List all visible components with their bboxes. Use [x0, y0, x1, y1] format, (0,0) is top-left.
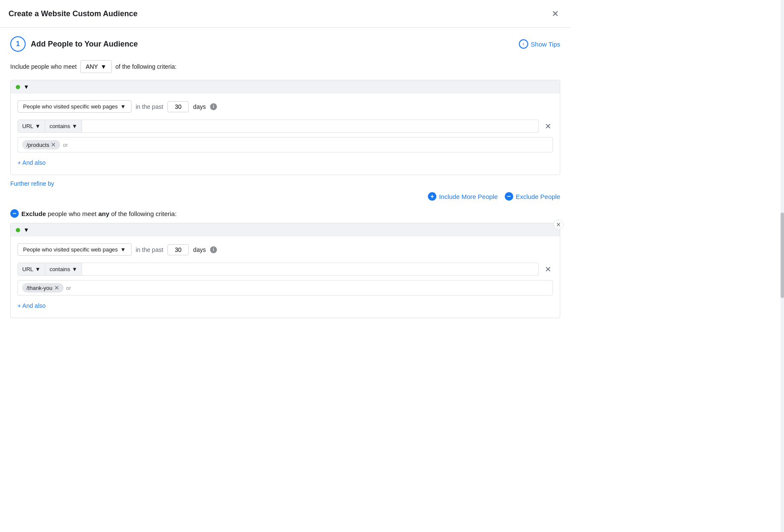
exclude-rule-type-dropdown[interactable]: People who visited specific web pages ▼ [18, 243, 132, 256]
include-prefix-text: Include people who meet [10, 63, 77, 70]
rule-body: People who visited specific web pages ▼ … [11, 94, 560, 175]
remove-url-condition-button[interactable]: ✕ [543, 120, 553, 133]
in-past-text: in the past [136, 103, 164, 110]
exclude-url-tag: /thank-you ✕ [22, 283, 64, 292]
exclude-minus-icon: − [10, 209, 19, 218]
url-condition-wrapper: URL ▼ contains ▼ ✕ [18, 120, 553, 133]
exclude-days-input[interactable] [167, 244, 189, 255]
exclude-group-close-button[interactable]: ✕ [553, 219, 564, 230]
close-icon: ✕ [552, 9, 559, 19]
show-tips-button[interactable]: ‹ Show Tips [519, 39, 560, 49]
exclude-rule-type-row: People who visited specific web pages ▼ … [18, 243, 553, 256]
dropdown-arrow-icon: ▼ [23, 84, 29, 90]
exclude-days-label: days [193, 246, 206, 253]
step-circle: 1 [10, 36, 26, 52]
exclude-rule-group-header: ▼ [11, 223, 560, 237]
section-header: 1 Add People to Your Audience ‹ Show Tip… [10, 36, 560, 52]
days-input[interactable] [167, 101, 189, 112]
exclude-rule-body: People who visited specific web pages ▼ … [11, 237, 560, 318]
rule-type-row: People who visited specific web pages ▼ … [18, 100, 553, 113]
exclude-section: − Exclude people who meet any of the fol… [10, 209, 560, 318]
exclude-people-button[interactable]: − Exclude People [505, 192, 560, 201]
exclude-or-text: or [66, 285, 71, 291]
section-title: Add People to Your Audience [31, 40, 138, 49]
exclude-in-past-text: in the past [136, 246, 164, 253]
exclude-label: Exclude people who meet any of the follo… [21, 210, 177, 217]
close-icon: ✕ [545, 265, 551, 274]
rule-type-dropdown[interactable]: People who visited specific web pages ▼ [18, 100, 132, 113]
and-also-button[interactable]: + And also [18, 158, 46, 168]
dropdown-arrow-icon: ▼ [120, 246, 126, 253]
green-dot-icon [16, 85, 20, 89]
close-icon: ✕ [556, 221, 561, 228]
minus-circle-icon: − [505, 192, 513, 201]
exclude-url-condition-wrapper: URL ▼ contains ▼ ✕ [18, 263, 553, 276]
rule-type-label: People who visited specific web pages [23, 103, 118, 110]
url-condition-box: URL ▼ contains ▼ [18, 120, 539, 133]
plus-circle-icon: + [428, 192, 436, 201]
exclude-rule-type-label: People who visited specific web pages [23, 246, 118, 253]
url-dropdown[interactable]: URL ▼ [18, 120, 45, 132]
exclude-group-wrapper: ✕ ▼ People who visited specific web page… [10, 223, 560, 318]
dropdown-arrow-icon: ▼ [72, 266, 77, 272]
close-icon: ✕ [545, 122, 551, 131]
exclude-url-values-row[interactable]: /thank-you ✕ or [18, 280, 553, 295]
further-refine-button[interactable]: Further refine by [10, 180, 54, 187]
include-more-people-button[interactable]: + Include More People [428, 192, 498, 201]
info-icon[interactable]: i [210, 103, 217, 110]
exclude-url-condition-box: URL ▼ contains ▼ [18, 263, 539, 276]
exclude-rule-group: ▼ People who visited specific web pages … [10, 223, 560, 318]
modal-title: Create a Website Custom Audience [9, 9, 137, 18]
rule-group-select[interactable]: ▼ [23, 84, 555, 90]
exclude-rule-group-select[interactable]: ▼ [23, 227, 555, 233]
modal-header: Create a Website Custom Audience ✕ [0, 0, 570, 28]
dropdown-arrow-icon: ▼ [100, 63, 106, 70]
tag-remove-button[interactable]: ✕ [51, 141, 56, 148]
modal-body: 1 Add People to Your Audience ‹ Show Tip… [0, 28, 570, 332]
match-type-dropdown[interactable]: ANY ▼ [80, 60, 112, 73]
url-values-row[interactable]: /products ✕ or [18, 137, 553, 152]
include-rule-group: ▼ People who visited specific web pages … [10, 80, 560, 175]
dropdown-arrow-icon: ▼ [35, 266, 41, 272]
section-title-row: 1 Add People to Your Audience [10, 36, 138, 52]
contains-dropdown[interactable]: contains ▼ [45, 120, 82, 132]
exclude-info-icon[interactable]: i [210, 246, 217, 253]
action-buttons-row: + Include More People − Exclude People [10, 192, 560, 201]
url-tag: /products ✕ [22, 140, 60, 149]
exclude-and-also-button[interactable]: + And also [18, 301, 46, 311]
dropdown-arrow-icon: ▼ [72, 123, 77, 129]
exclude-url-dropdown[interactable]: URL ▼ [18, 263, 45, 275]
dropdown-arrow-icon: ▼ [120, 103, 126, 110]
exclude-tag-remove-button[interactable]: ✕ [54, 284, 59, 291]
exclude-contains-dropdown[interactable]: contains ▼ [45, 263, 82, 275]
include-criteria-row: Include people who meet ANY ▼ of the fol… [10, 60, 560, 73]
dropdown-arrow-icon: ▼ [23, 227, 29, 233]
rule-group-header: ▼ [11, 80, 560, 94]
chevron-left-icon: ‹ [519, 39, 528, 49]
days-label: days [193, 103, 206, 110]
exclude-header-row: − Exclude people who meet any of the fol… [10, 209, 560, 218]
include-suffix-text: of the following criteria: [115, 63, 176, 70]
green-dot-icon [16, 228, 20, 232]
close-button[interactable]: ✕ [548, 7, 562, 20]
dropdown-arrow-icon: ▼ [35, 123, 41, 129]
exclude-remove-url-condition-button[interactable]: ✕ [543, 263, 553, 276]
or-text: or [63, 142, 68, 148]
